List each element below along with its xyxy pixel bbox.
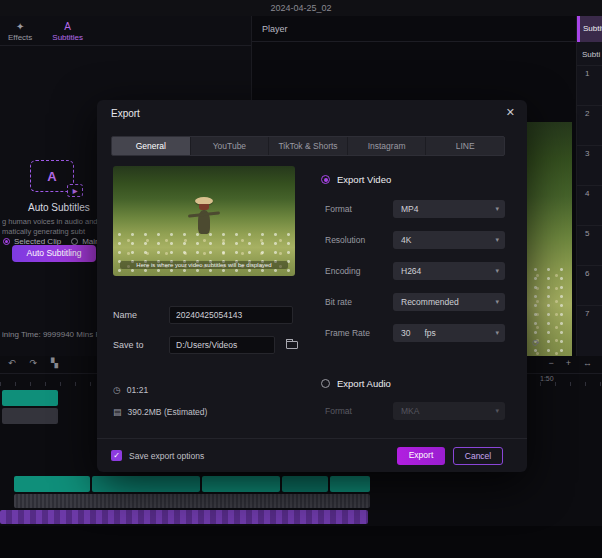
timeline-empty-area [0,526,602,558]
save-to-input[interactable] [169,336,275,354]
export-audio-label: Export Audio [337,378,391,389]
dress-shape [198,210,210,234]
subtitle-row-2[interactable]: 2 [577,105,602,145]
save-to-label: Save to [113,336,144,354]
framerate-dropdown[interactable]: 30fps ▾ [393,324,505,342]
export-video-radio[interactable]: Export Video [321,174,391,185]
dialog-footer-divider [97,438,527,439]
framerate-unit: fps [424,328,435,338]
project-title: 2024-04-25_02 [0,0,602,16]
auto-subtitles-description-line1: g human voices in audio and [2,217,97,226]
browse-folder-button[interactable] [283,336,301,354]
arms-shape [188,211,220,217]
refresh-icon[interactable]: ⟳ [532,338,540,348]
subtitle-row-7[interactable]: 7 [577,305,602,345]
subtitle-row-number: 2 [585,109,589,118]
audio-format-label: Format [325,402,352,420]
bitrate-value: Recommended [401,297,459,307]
subtitle-row-4[interactable]: 4 [577,185,602,225]
tab-effects[interactable]: ✦ Effects [8,18,32,45]
flower-field-texture [113,230,295,276]
main-timeline-radio[interactable] [71,238,78,245]
duration-row: ◷ 01:21 [113,385,148,395]
player-panel-title: Player [252,16,576,42]
effects-wand-icon: ✦ [16,22,24,32]
audio-clip[interactable] [2,408,58,424]
video-clip[interactable] [2,390,58,406]
zoom-out-icon[interactable]: − [548,358,553,368]
zoom-in-icon[interactable]: + [566,358,571,368]
subtitle-row-6[interactable]: 6 [577,265,602,305]
tab-subtitles[interactable]: A Subtitles [52,18,83,45]
tab-line[interactable]: LINE [426,137,504,155]
timeline-toolbar-left: ↶ ↷ ▚ [8,358,58,368]
subtitle-row-5[interactable]: 5 [577,225,602,265]
timeline-timecode: 1:50 [540,375,554,382]
dialog-title: Export [111,108,140,119]
subtitle-list-header: Subti [577,42,602,65]
fit-timeline-icon[interactable]: ↔ [583,358,592,368]
left-panel-tabs: ✦ Effects A Subtitles [0,16,251,46]
timeline-toolbar-right: − + ↔ [548,358,592,368]
cancel-button[interactable]: Cancel [453,447,503,465]
disk-icon: ▤ [113,407,122,417]
redo-icon[interactable]: ↷ [30,358,38,368]
export-audio-radio[interactable]: Export Audio [321,378,391,389]
audio-waveform-clip[interactable] [14,494,370,508]
close-icon[interactable]: ✕ [506,106,515,119]
subtitle-panel: Subtit Subti 1 2 3 4 5 6 7 [577,16,602,356]
format-dropdown[interactable]: MP4 ▾ [393,200,505,218]
auto-subtitles-a-glyph: A [47,169,56,184]
selected-clip-radio[interactable] [3,238,10,245]
save-export-options-checkbox[interactable]: ✓ Save export options [111,450,204,461]
video-clip[interactable] [92,476,200,492]
radio-off-icon [321,379,330,388]
tab-youtube[interactable]: YouTube [191,137,270,155]
tab-tiktok-shorts[interactable]: TikTok & Shorts [269,137,348,155]
auto-subtitles-title: Auto Subtitles [28,202,90,213]
tab-instagram[interactable]: Instagram [348,137,427,155]
clock-icon: ◷ [113,385,121,395]
auto-subtitles-icon: A ▶ [30,160,74,192]
export-video-label: Export Video [337,174,391,185]
subtitle-row-1[interactable]: 1 [577,65,602,105]
subtitle-track-clip[interactable] [0,510,368,524]
export-button[interactable]: Export [397,447,445,465]
video-clip[interactable] [202,476,280,492]
subtitles-a-icon: A [64,22,71,32]
auto-subtitling-button[interactable]: Auto Subtitling [12,245,96,262]
woman-in-field-figure [186,197,222,234]
resolution-dropdown[interactable]: 4K ▾ [393,231,505,249]
encoding-dropdown[interactable]: H264 ▾ [393,262,505,280]
auto-subtitles-description-line2: matically generating subt [2,227,85,236]
bitrate-label: Bit rate [325,293,352,311]
name-input[interactable] [169,306,293,324]
audio-format-dropdown: MKA ▾ [393,402,505,420]
subtitle-row-number: 5 [585,229,589,238]
video-clip[interactable] [330,476,370,492]
name-label: Name [113,306,137,324]
remaining-time-text: ining Time: 9999940 Mins Re [2,330,106,339]
duration-value: 01:21 [127,385,148,395]
format-label: Format [325,200,352,218]
folder-icon [286,341,298,349]
subtitle-panel-tab[interactable]: Subtit [577,16,602,42]
subtitle-row-number: 3 [585,149,589,158]
video-clip[interactable] [14,476,90,492]
chevron-down-icon: ▾ [495,262,499,280]
tab-general[interactable]: General [112,137,191,155]
radio-on-icon [321,175,330,184]
undo-icon[interactable]: ↶ [8,358,16,368]
subtitle-row-number: 1 [585,69,589,78]
subtitle-row-3[interactable]: 3 [577,145,602,185]
resolution-value: 4K [401,235,411,245]
format-value: MP4 [401,204,418,214]
subtitle-row-number: 7 [585,309,589,318]
checkbox-check-icon: ✓ [111,450,122,461]
split-icon[interactable]: ▚ [51,358,58,368]
chevron-down-icon: ▾ [495,293,499,311]
filesize-value: 390.2MB (Estimated) [128,407,208,417]
video-clip[interactable] [282,476,328,492]
framerate-value: 30 [401,328,410,338]
bitrate-dropdown[interactable]: Recommended ▾ [393,293,505,311]
